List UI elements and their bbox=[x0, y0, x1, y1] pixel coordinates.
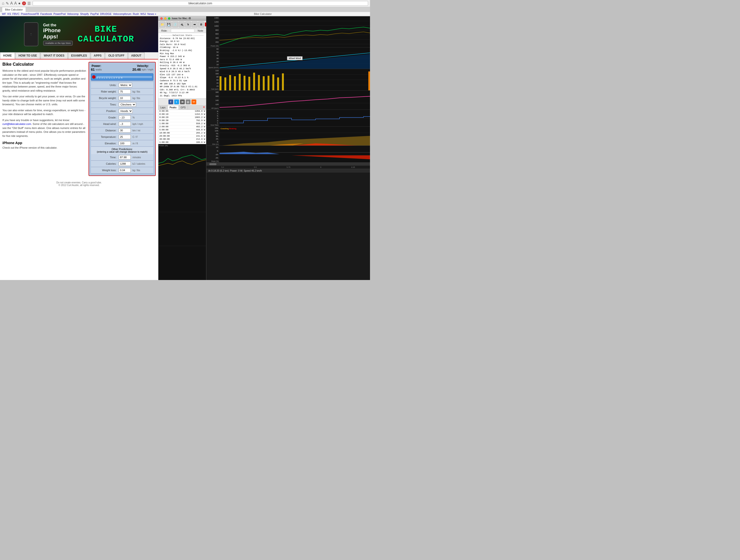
bookmark-ks[interactable]: KS bbox=[7, 12, 11, 15]
twitter-share-icon[interactable]: t bbox=[174, 100, 179, 104]
gear-graph-svg bbox=[219, 110, 370, 126]
bookmark-velocompforum[interactable]: Velocompforum bbox=[113, 12, 131, 15]
bookmark-wf[interactable]: WF bbox=[2, 12, 6, 15]
page-heading: Bike Calculator bbox=[2, 62, 86, 67]
tab-home[interactable]: HOME bbox=[0, 52, 15, 59]
time-input[interactable]: 87.98 bbox=[119, 155, 131, 159]
velocity-value[interactable]: 20.46 bbox=[132, 68, 141, 72]
font-smaller-icon[interactable]: A bbox=[10, 1, 13, 5]
tab-how-to-use[interactable]: HOW TO USE bbox=[15, 52, 40, 59]
tab-apps[interactable]: APPS bbox=[91, 52, 105, 59]
bookmark-news[interactable]: News » bbox=[147, 12, 156, 15]
tab-what-it-does[interactable]: WHAT IT DOES bbox=[40, 52, 68, 59]
bookmark-wsj[interactable]: WSJ bbox=[141, 12, 146, 15]
minimize-window-button[interactable] bbox=[164, 17, 167, 20]
facebook-share-icon[interactable]: f bbox=[169, 100, 173, 104]
speed-y-30: 30 bbox=[206, 57, 218, 60]
power-speed-slider[interactable]: E C A L C U L A T O R bbox=[91, 73, 153, 81]
maximize-window-button[interactable] bbox=[168, 17, 170, 20]
bookmark-facebook[interactable]: Facebook bbox=[40, 12, 52, 15]
calories-input[interactable]: 1288 bbox=[119, 161, 131, 166]
folder-icon[interactable]: 📁 bbox=[159, 22, 165, 27]
url-bar[interactable]: bikecalculator.com bbox=[33, 1, 368, 6]
bookmark-powerhousefb[interactable]: PowerhouseFB bbox=[21, 12, 39, 15]
peak-time-10: 30:00:00 bbox=[159, 138, 170, 140]
rider-weight-input[interactable]: 75 bbox=[119, 89, 131, 94]
elev-graph-row: 150- 125- 75- 50- 25- 0- Elev (m) Coasti… bbox=[206, 127, 370, 146]
close-peaks-button[interactable]: ✕ bbox=[202, 105, 206, 110]
monitor-icon[interactable]: 🖥 bbox=[198, 22, 204, 27]
peaks-tab[interactable]: Peaks bbox=[168, 105, 179, 110]
banner-title-area: BIKE CALCULATOR bbox=[78, 24, 134, 44]
arrow-icon[interactable]: ➡ bbox=[192, 22, 197, 27]
menu-icon[interactable]: ☰ bbox=[27, 1, 31, 6]
ride-input[interactable] bbox=[171, 29, 194, 32]
laps-tab[interactable]: Laps bbox=[158, 105, 168, 110]
bike-weight-input-area: 10 kg / lbs bbox=[119, 96, 152, 100]
cad-y-label: 110 100 80 60 40 20 Cad (rpm) bbox=[206, 69, 219, 90]
grade-input[interactable]: -.13 bbox=[119, 115, 131, 120]
temperature-input[interactable]: 25 bbox=[119, 135, 131, 139]
distance-input-area: 30 km / mi bbox=[119, 128, 152, 133]
usb-icon[interactable]: 🔌 bbox=[179, 22, 185, 27]
calories-row: Calories: 1288 kJ / calories bbox=[91, 160, 153, 167]
svg-rect-32 bbox=[282, 73, 284, 90]
tab-examples[interactable]: EXAMPLES bbox=[68, 52, 90, 59]
gps-tab[interactable]: GPS bbox=[179, 105, 188, 110]
peak-item-8: 10:00:00 265.2 W bbox=[158, 132, 206, 135]
units-select[interactable]: Metric bbox=[119, 83, 132, 87]
position-select[interactable]: Hoods bbox=[119, 109, 133, 113]
edit-icon[interactable]: ✎ bbox=[6, 1, 9, 6]
bookmark-velocomp[interactable]: Velocomp bbox=[67, 12, 79, 15]
home-icon[interactable]: ⌂ bbox=[2, 1, 4, 5]
stats-rider: 85 kg; 7/23/17 3:13 AM bbox=[160, 91, 205, 95]
bookmarks-bar: WF KS FBVC PowerhouseFB Facebook PowerPo… bbox=[0, 12, 370, 16]
bookmark-rush[interactable]: Rush bbox=[133, 12, 139, 15]
peak-item-9: 20:00:00 241.6 W bbox=[158, 135, 206, 138]
save-icon[interactable]: 💾 bbox=[166, 22, 172, 27]
stats-title: ---------Selection Stats--------- bbox=[160, 34, 205, 37]
floppy-icon[interactable]: 💿 bbox=[172, 22, 178, 27]
bookmark-shopify[interactable]: Shopify bbox=[80, 12, 89, 15]
headwind-input[interactable]: -.3 bbox=[119, 122, 131, 126]
bookmark-powerpod[interactable]: PowerPod bbox=[54, 12, 66, 15]
ride-tab[interactable]: Ride: bbox=[158, 28, 170, 33]
distance-input[interactable]: 30 bbox=[119, 128, 131, 133]
email-link[interactable]: curt@bikecalculator.com bbox=[2, 122, 31, 125]
bookmark-fbvc[interactable]: FBVC bbox=[12, 12, 19, 15]
units-row: Units: Metric bbox=[91, 82, 153, 89]
reader-icon[interactable]: ● bbox=[18, 1, 21, 5]
content-area: Bike Calculator Welcome to the oldest an… bbox=[0, 60, 158, 178]
description-4: If you have any trouble or have suggesti… bbox=[2, 118, 86, 138]
bookmark-drudge[interactable]: DRUDGE bbox=[100, 12, 112, 15]
bike-weight-input[interactable]: 10 bbox=[119, 96, 131, 100]
tp-share-icon[interactable]: TP bbox=[191, 100, 196, 104]
status-bar: At 0:18:20 (6.2 km): Power: 0 W; Speed 4… bbox=[206, 169, 370, 173]
distance-row: Distance: 30 km / mi bbox=[91, 127, 153, 134]
tab-about[interactable]: ABOUT bbox=[128, 52, 145, 59]
storage-icon[interactable]: 🖱 bbox=[185, 22, 191, 27]
description-2: You can enter your velocity to get your … bbox=[2, 95, 86, 106]
font-larger-icon[interactable]: A bbox=[14, 1, 17, 5]
scrollbar-thumb[interactable] bbox=[209, 163, 216, 165]
power-value[interactable]: 61 bbox=[91, 68, 95, 72]
browser-tab-active[interactable]: Bike Calculator bbox=[2, 7, 26, 12]
bookmark-paypal[interactable]: PayPal bbox=[90, 12, 99, 15]
elevation-input[interactable]: 100 bbox=[119, 141, 131, 145]
cad-y-100: 100 bbox=[206, 73, 218, 75]
power-y-max: 1400 bbox=[206, 17, 218, 19]
weight-loss-input[interactable]: 0.04 bbox=[119, 168, 131, 173]
email-share-icon[interactable]: ✉ bbox=[180, 100, 185, 104]
tab-old-stuff[interactable]: OLD STUFF bbox=[105, 52, 127, 59]
peak-time-11: 1:00:00 bbox=[159, 141, 169, 144]
share-icon[interactable]: ◎ bbox=[186, 100, 190, 104]
horizontal-scrollbar[interactable] bbox=[206, 162, 370, 165]
close-window-button[interactable] bbox=[160, 17, 163, 20]
headwind-row: Head wind: -.3 kph / mph bbox=[91, 121, 153, 127]
power-y-600: 600 bbox=[206, 33, 218, 35]
note-tab[interactable]: Note bbox=[195, 28, 206, 33]
rider-weight-label: Rider weight: bbox=[92, 90, 119, 93]
power-chart-svg bbox=[158, 144, 206, 280]
tires-select[interactable]: Clinchers bbox=[119, 102, 136, 107]
stats-elev: Elev 122 137 144 m bbox=[160, 73, 205, 77]
